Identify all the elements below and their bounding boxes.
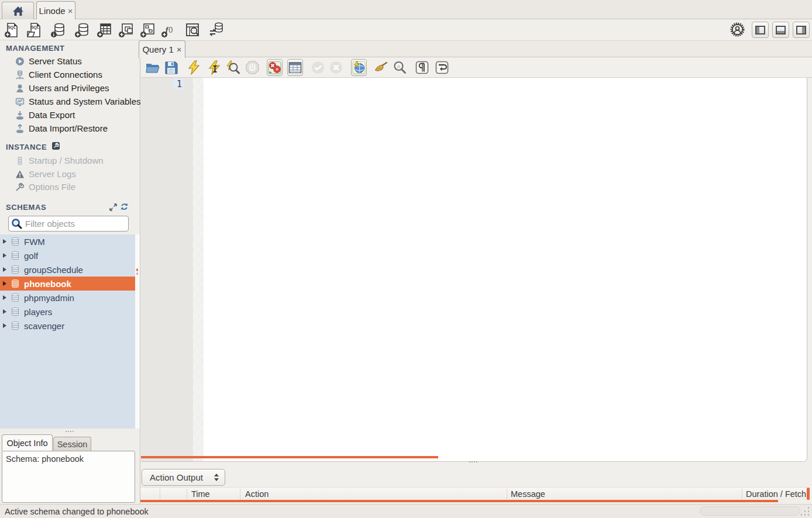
query-tab-label: Query 1	[142, 44, 173, 54]
home-tab[interactable]	[2, 2, 34, 19]
database-icon	[11, 321, 19, 330]
beautify-icon[interactable]	[374, 60, 388, 75]
expander-icon[interactable]	[3, 239, 6, 244]
autocommit-icon	[352, 60, 366, 75]
bottom-panel-icon	[776, 26, 786, 34]
schema-filter-input[interactable]	[25, 217, 142, 230]
create-procedure-icon[interactable]	[140, 22, 156, 38]
connection-tab-label: Linode	[39, 6, 66, 16]
commit-icon	[311, 60, 325, 75]
column-header-status[interactable]	[140, 488, 160, 500]
sql-editor-toolbar: A	[141, 58, 812, 78]
connection-tab[interactable]: Linode×	[36, 1, 75, 19]
schemas-section-title: SCHEMAS	[6, 203, 46, 212]
schema-row-players[interactable]: players	[0, 305, 135, 319]
schema-list-scrollbar[interactable]	[136, 268, 138, 271]
tab-object-info[interactable]: Object Info	[2, 434, 53, 451]
database-icon	[11, 279, 19, 288]
line-number: 1	[141, 79, 182, 89]
toggle-left-sidebar-button[interactable]	[752, 22, 769, 38]
column-header-duration[interactable]: Duration / Fetch	[746, 488, 807, 500]
database-icon	[11, 293, 19, 302]
column-header-action[interactable]: Action	[245, 488, 506, 500]
create-schema-icon[interactable]	[74, 22, 90, 38]
column-header-message[interactable]: Message	[511, 488, 741, 500]
column-header-time[interactable]: Time	[191, 488, 239, 500]
sidebar-item-users-privileges[interactable]: Users and Privileges	[0, 81, 140, 95]
execute-script-icon[interactable]	[187, 60, 201, 75]
spinner-arrows-icon	[214, 474, 219, 481]
schema-filter-box	[8, 216, 129, 232]
schema-row-fwm[interactable]: FWM	[0, 234, 135, 248]
expander-icon[interactable]	[3, 309, 6, 314]
create-function-icon[interactable]: f ()	[161, 22, 177, 38]
limit-rows-grid-icon	[288, 60, 302, 75]
expander-icon[interactable]	[3, 323, 6, 328]
sidebar-item-client-connections[interactable]: Client Connections	[0, 68, 140, 81]
output-table-header: Time Action Message Duration / Fetch	[140, 487, 807, 500]
sidebar-item-options-file[interactable]: Options File	[0, 180, 140, 194]
wrap-text-icon[interactable]	[435, 60, 449, 75]
reconnect-dbms-icon[interactable]	[208, 22, 224, 38]
output-vscrollbar[interactable]	[807, 488, 810, 500]
open-sql-script-icon[interactable]: SQL	[27, 22, 43, 38]
query-tab-row	[141, 40, 812, 57]
schema-row-scavenger[interactable]: scavenger	[0, 319, 135, 333]
database-icon	[11, 251, 19, 260]
execute-statement-icon[interactable]	[207, 60, 222, 75]
object-info-panel: Schema: phonebook	[2, 451, 135, 503]
search-table-data-icon[interactable]	[185, 22, 201, 38]
user-gear-icon[interactable]	[730, 22, 745, 37]
expand-panel-icon[interactable]	[109, 203, 117, 211]
sidebar-item-status-variables[interactable]: Status and System Variables	[0, 95, 140, 108]
editor-hscrollbar[interactable]	[141, 456, 438, 458]
create-table-icon[interactable]	[97, 22, 112, 38]
resize-grip[interactable]	[800, 506, 811, 517]
save-icon[interactable]	[164, 60, 178, 75]
query-tab[interactable]: Query 1×	[139, 40, 185, 58]
sidebar-item-startup-shutdown[interactable]: Startup / Shutdown	[0, 154, 140, 167]
sidebar-item-server-status[interactable]: Server Status	[0, 54, 140, 68]
output-hscrollbar[interactable]	[140, 500, 778, 502]
create-view-icon[interactable]	[118, 22, 134, 38]
svg-text:A: A	[397, 64, 401, 70]
open-file-icon[interactable]	[145, 60, 160, 75]
limit-rows-button[interactable]	[287, 59, 303, 76]
schema-inspector-icon[interactable]: i	[50, 22, 66, 38]
toggle-autocommit-button[interactable]	[351, 59, 367, 76]
schema-list-scroll-track	[135, 234, 140, 429]
toggle-right-sidebar-button[interactable]	[793, 22, 810, 38]
schema-row-phonebook[interactable]: phonebook	[0, 277, 135, 291]
toggle-stop-on-error-button[interactable]	[267, 59, 283, 76]
column-header-index[interactable]	[160, 488, 187, 500]
expander-icon[interactable]	[3, 281, 6, 286]
show-invisibles-icon[interactable]	[415, 60, 429, 75]
search-icon	[11, 218, 22, 229]
db-network-icon	[15, 70, 25, 80]
query-tab-close-icon[interactable]: ×	[177, 44, 182, 54]
tab-session[interactable]: Session	[53, 437, 91, 451]
schema-row-golf[interactable]: golf	[0, 248, 135, 263]
schema-row-groupschedule[interactable]: groupSchedule	[0, 263, 135, 277]
editor-gutter: 1	[141, 78, 193, 462]
new-sql-tab-icon[interactable]: SQL	[4, 22, 20, 38]
expander-icon[interactable]	[3, 253, 6, 258]
sidebar-item-data-export[interactable]: Data Export	[0, 108, 140, 122]
output-selector[interactable]: Action Output	[142, 469, 225, 486]
find-icon[interactable]: A	[393, 60, 407, 75]
stop-execution-icon	[245, 60, 260, 75]
schema-row-phpmyadmin[interactable]: phpmyadmin	[0, 291, 135, 305]
sql-editor[interactable]: 1	[141, 78, 807, 462]
sidebar-splitter-handle[interactable]	[66, 431, 74, 432]
wrench-badge-icon	[52, 142, 60, 150]
sidebar-item-data-import[interactable]: Data Import/Restore	[0, 122, 140, 135]
explain-plan-icon[interactable]	[226, 60, 240, 75]
sidebar-item-server-logs[interactable]: Server Logs	[0, 167, 140, 181]
refresh-icon[interactable]	[121, 203, 128, 210]
expander-icon[interactable]	[3, 267, 6, 272]
toggle-output-area-button[interactable]	[772, 22, 789, 38]
status-scrollbar-thumb[interactable]	[700, 506, 800, 516]
output-splitter-handle[interactable]	[469, 461, 477, 462]
expander-icon[interactable]	[3, 295, 6, 300]
connection-tab-close-icon[interactable]: ×	[68, 6, 73, 16]
